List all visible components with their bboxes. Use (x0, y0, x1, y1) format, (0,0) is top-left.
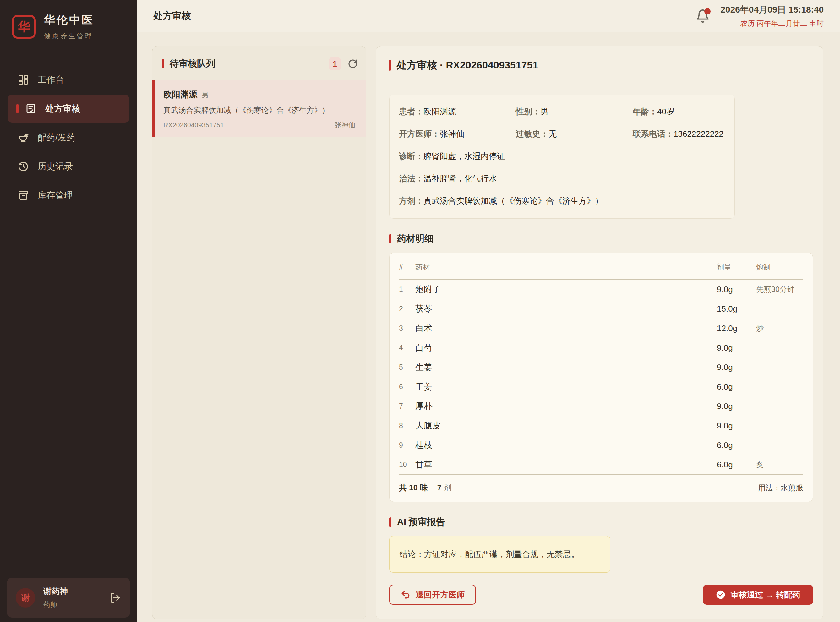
patient-field: 开方医师：张神仙 (399, 128, 516, 139)
user-role: 药师 (43, 600, 101, 610)
herb-table-body: 1炮附子9.0g先煎30分钟2茯苓15.0g3白术12.0g炒4白芍9.0g5生… (399, 280, 803, 474)
field-value: 脾肾阳虚，水湿内停证 (424, 151, 505, 161)
doctor-name: 张神仙 (335, 120, 355, 130)
herb-name: 大腹皮 (415, 420, 717, 431)
patient-field: 患者：欧阳渊源 (399, 106, 516, 117)
herb-row: 4白芍9.0g (399, 338, 803, 357)
field-label: 患者： (399, 107, 424, 116)
herb-index: 8 (399, 422, 415, 430)
herb-dose: 9.0g (717, 363, 756, 372)
patient-gender: 男 (202, 90, 209, 100)
herb-name: 干姜 (415, 381, 717, 392)
notification-bell-icon[interactable] (695, 9, 710, 23)
herb-dose: 9.0g (717, 343, 756, 353)
sidebar-item-label: 配药/发药 (38, 132, 75, 143)
prescription-icon (25, 103, 37, 114)
field-value: 13622222222 (674, 129, 723, 139)
herb-row: 6干姜6.0g (399, 377, 803, 396)
usage-note: 用法：水煎服 (758, 483, 803, 493)
sidebar-item-review[interactable]: 处方审核 (8, 95, 130, 122)
herb-index: 4 (399, 344, 415, 352)
patient-field: 性别：男 (516, 106, 633, 117)
field-label: 诊断： (399, 151, 424, 161)
herb-dose: 6.0g (717, 441, 756, 450)
history-icon (18, 161, 29, 172)
clock-lunar: 农历 丙午年二月廿二 申时 (721, 18, 824, 28)
sidebar-item-label: 库存管理 (38, 189, 73, 201)
col-header-name: 药材 (415, 262, 717, 272)
herb-process: 炒 (756, 323, 803, 333)
detail-title: 处方审核 · RX20260409351751 (397, 58, 538, 72)
herb-dose: 6.0g (717, 460, 756, 470)
sidebar-item-label: 工作台 (38, 74, 64, 86)
herb-row: 9桂枝6.0g (399, 435, 803, 455)
herb-row: 3白术12.0g炒 (399, 319, 803, 338)
field-label: 年龄： (633, 107, 657, 116)
sidebar-item-label: 处方审核 (45, 103, 81, 115)
sidebar-item-inventory[interactable]: 库存管理 (8, 181, 130, 209)
ai-report-box: 结论：方证对应，配伍严谨，剂量合规，无禁忌。 (389, 536, 610, 573)
reject-button[interactable]: 退回开方医师 (389, 585, 476, 605)
detail-header: 处方审核 · RX20260409351751 (376, 46, 823, 82)
archive-icon (18, 190, 29, 201)
herb-table: # 药材 剂量 炮制 1炮附子9.0g先煎30分钟2茯苓15.0g3白术12.0… (389, 253, 813, 502)
herb-table-footer: 共 10 味 7 剂 用法：水煎服 (399, 475, 803, 502)
sidebar-item-dispense[interactable]: 配药/发药 (8, 124, 130, 151)
herb-index: 2 (399, 305, 415, 313)
field-value: 真武汤合实脾饮加减（《伤寒论》合《济生方》） (424, 196, 603, 206)
col-header-dose: 剂量 (717, 262, 756, 272)
active-indicator-bar (16, 104, 18, 113)
herb-row: 7厚朴9.0g (399, 396, 803, 416)
herb-row: 1炮附子9.0g先煎30分钟 (399, 280, 803, 299)
herb-index: 3 (399, 324, 415, 333)
ai-section-header: AI 预审报告 (389, 516, 813, 528)
herb-dose: 9.0g (717, 401, 756, 411)
brand-logo: 华 (12, 15, 36, 39)
field-value: 男 (540, 107, 549, 116)
sidebar-item-label: 历史记录 (38, 160, 73, 172)
refresh-icon[interactable] (348, 59, 358, 69)
patient-field: 年龄：40岁 (633, 106, 725, 117)
field-value: 40岁 (657, 107, 674, 116)
ai-section-title: AI 预审报告 (397, 516, 445, 528)
notification-dot (704, 8, 710, 14)
field-value: 欧阳渊源 (424, 107, 456, 116)
herb-total: 共 10 味 (399, 483, 428, 493)
col-header-index: # (399, 263, 415, 271)
sidebar-item-history[interactable]: 历史记录 (8, 152, 130, 180)
rx-number: RX20260409351751 (163, 121, 224, 129)
sidebar-item-workbench[interactable]: 工作台 (8, 66, 130, 94)
section-accent-bar (389, 234, 392, 244)
queue-count-badge: 1 (329, 57, 341, 70)
dashboard-icon (18, 74, 29, 85)
herb-table-header: # 药材 剂量 炮制 (399, 254, 803, 279)
herb-row: 5生姜9.0g (399, 357, 803, 377)
herb-dose: 9.0g (717, 421, 756, 431)
clock: 2026年04月09日 15:18:40 农历 丙午年二月廿二 申时 (721, 4, 824, 28)
approve-button[interactable]: 审核通过 → 转配药 (703, 585, 813, 605)
queue-title: 待审核队列 (170, 58, 215, 70)
col-header-process: 炮制 (756, 262, 803, 272)
herb-dose: 15.0g (717, 304, 756, 314)
undo-icon (401, 590, 410, 600)
herb-process: 先煎30分钟 (756, 284, 803, 294)
patient-field: 方剂：真武汤合实脾饮加减（《伤寒论》合《济生方》） (399, 195, 725, 206)
queue-item[interactable]: 欧阳渊源 男 真武汤合实脾饮加减（《伤寒论》合《济生方》） RX20260409… (152, 80, 366, 137)
clock-datetime: 2026年04月09日 15:18:40 (721, 4, 824, 16)
field-label: 联系电话： (633, 129, 674, 139)
section-accent-bar (389, 517, 392, 527)
patient-info-wide: 诊断：脾肾阳虚，水湿内停证治法：温补脾肾，化气行水方剂：真武汤合实脾饮加减（《伤… (399, 151, 725, 206)
herb-dose: 12.0g (717, 323, 756, 333)
section-accent-bar (389, 60, 391, 71)
herb-name: 白术 (415, 323, 717, 334)
brand-subtitle: 健康养生管理 (44, 32, 94, 41)
logout-icon[interactable] (109, 592, 121, 604)
patient-field: 治法：温补脾肾，化气行水 (399, 173, 725, 184)
field-label: 治法： (399, 174, 424, 183)
patient-field: 过敏史：无 (516, 128, 633, 139)
dose-count: 7 剂 (437, 483, 452, 493)
herb-index: 7 (399, 402, 415, 410)
formula-name: 真武汤合实脾饮加减（《伤寒论》合《济生方》） (163, 105, 355, 115)
brand: 华 华伦中医 健康养生管理 (0, 0, 137, 51)
page-title: 处方审核 (153, 9, 191, 22)
